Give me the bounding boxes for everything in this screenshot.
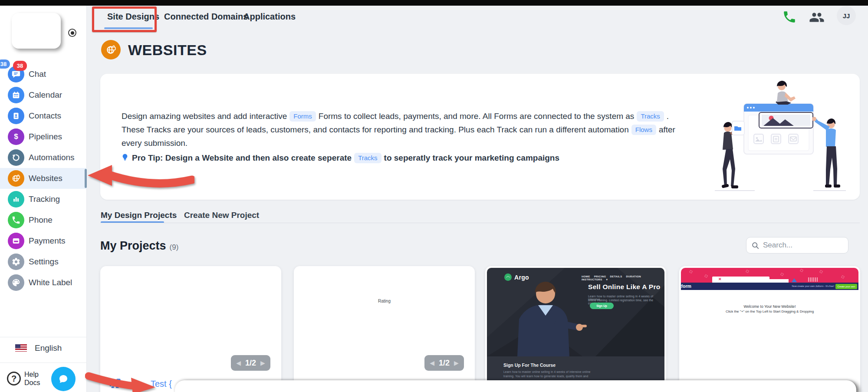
sidebar-divider	[0, 337, 87, 337]
jotform-logo: tform	[681, 283, 691, 289]
help-icon[interactable]: ?	[7, 372, 21, 385]
pager-prev-icon[interactable]: ◀	[236, 360, 241, 366]
argo-section-text: training. You will learn how to generate…	[503, 375, 588, 378]
thumbnail-text: Rating	[294, 299, 475, 303]
search-input[interactable]	[763, 241, 837, 250]
banner-text-segment: Design amazing websites and add interact…	[122, 112, 287, 121]
tab-connected-domains[interactable]: Connected Domains	[164, 12, 248, 22]
websites-page-icon	[101, 40, 121, 59]
tracks-pill[interactable]: Tracks	[637, 111, 664, 122]
sidebar: Chat 38 38 Calendar Contacts $ Pipelines	[0, 6, 87, 392]
tab-my-design-projects[interactable]: My Design Projects	[101, 211, 177, 220]
jotform-thumbnail: ✕ tform Now create your own Jotform - It…	[681, 268, 858, 392]
sidebar-item-label: Contacts	[29, 111, 61, 121]
banner-text-segment: Pro Tip: Design a Website and then also …	[132, 153, 352, 162]
argo-navbar: HOME PRICING DETAILS DURATION INSTRUCTOR…	[582, 275, 664, 281]
tab-create-new-project[interactable]: Create New Project	[184, 211, 259, 220]
avatar[interactable]: JJ	[837, 6, 856, 25]
project-title-row: Test {	[109, 377, 172, 391]
pager-next-icon[interactable]: ▶	[260, 360, 265, 366]
argo-person-image	[504, 277, 587, 356]
sidebar-item-calendar[interactable]: Calendar	[0, 85, 87, 105]
sidebar-item-label: Tracking	[29, 194, 60, 204]
project-card-rating[interactable]: Rating ◀ 1/2 ▶	[294, 266, 475, 392]
close-icon: ✕	[718, 277, 722, 281]
workspace-logo[interactable]	[12, 13, 61, 49]
sidebar-item-label: Phone	[29, 215, 53, 225]
sidebar-item-contacts[interactable]: Contacts	[0, 105, 87, 126]
subtabs-divider	[100, 223, 860, 223]
sidebar-item-white-label[interactable]: White Label	[0, 272, 87, 293]
sidebar-item-chat[interactable]: Chat 38 38	[0, 64, 87, 85]
sidebar-item-phone[interactable]: Phone	[0, 210, 87, 231]
search-box[interactable]	[746, 237, 848, 254]
sidebar-item-websites[interactable]: Websites	[0, 168, 87, 189]
sidebar-item-settings[interactable]: Settings	[0, 251, 87, 272]
pager-next-icon[interactable]: ▶	[454, 360, 459, 366]
sidebar-item-automations[interactable]: Automations	[0, 147, 87, 168]
help-line2: Docs	[24, 379, 40, 387]
jotform-welcome-line1: Welcome to Your New Website!	[681, 304, 858, 309]
jotform-promo-text: Now create your own Jotform - It's free!	[792, 285, 834, 287]
chat-badge-red: 38	[13, 61, 27, 71]
annotation-box-site-designs	[92, 7, 157, 32]
thumbnail-pager[interactable]: ◀ 1/2 ▶	[424, 355, 464, 371]
chat-badge-blue: 38	[0, 59, 10, 69]
calendar-icon	[8, 87, 24, 103]
info-banner: Design amazing websites and add interact…	[100, 74, 860, 200]
phone-icon	[8, 212, 24, 228]
jotform-cta-button: Create your own	[835, 284, 857, 289]
sidebar-item-pipelines[interactable]: $ Pipelines	[0, 126, 87, 147]
payments-icon	[8, 233, 24, 249]
project-card-jotform[interactable]: ✕ tform Now create your own Jotform - It…	[679, 266, 860, 392]
phone-call-icon	[782, 10, 797, 24]
project-title-link[interactable]: Test {	[151, 379, 172, 389]
pager-prev-icon[interactable]: ◀	[430, 360, 434, 366]
avatar-initials: JJ	[843, 12, 850, 20]
argo-headline: Sell Online Like A Pro	[588, 283, 661, 291]
rename-project-icon[interactable]	[109, 377, 122, 391]
dialer-button[interactable]	[782, 10, 797, 26]
tooltip-overlay	[175, 380, 856, 392]
sidebar-item-label: Websites	[29, 174, 62, 183]
jotform-hero-grid	[808, 277, 818, 282]
argo-section-title: Sign Up For The Course	[503, 362, 556, 368]
pager-count: 1/2	[439, 359, 450, 368]
sidebar-item-label: Calendar	[29, 90, 62, 100]
help-docs-link[interactable]: Help Docs	[24, 370, 40, 387]
app-window: Chat 38 38 Calendar Contacts $ Pipelines	[0, 0, 868, 392]
projects-count: (9)	[170, 243, 179, 252]
help-glyph: ?	[11, 374, 16, 384]
gear-icon	[8, 254, 24, 270]
radio-button-icon[interactable]	[68, 29, 76, 37]
jotform-hero-triangle	[792, 278, 797, 282]
tracks-pill-2[interactable]: Tracks	[354, 153, 381, 163]
live-chat-widget[interactable]	[51, 367, 76, 391]
project-card-test[interactable]: ◀ 1/2 ▶ Test {	[100, 266, 281, 392]
search-icon	[752, 242, 759, 249]
tab-applications[interactable]: Applications	[243, 12, 296, 22]
flows-pill[interactable]: Flows	[631, 125, 656, 135]
active-item-indicator	[85, 169, 87, 188]
sidebar-item-label: Payments	[29, 236, 65, 246]
sidebar-item-tracking[interactable]: Tracking	[0, 189, 87, 210]
automations-icon	[8, 149, 24, 166]
lightbulb-icon	[122, 152, 128, 161]
sidebar-item-label: Pipelines	[29, 132, 62, 142]
sidebar-item-label: Chat	[29, 69, 46, 79]
banner-text-segment: to seperatly track your marketing campai…	[384, 153, 559, 162]
banner-text-segment: Forms to collect leads, payments, and mo…	[319, 112, 635, 121]
sidebar-divider	[0, 362, 87, 363]
thumbnail-pager[interactable]: ◀ 1/2 ▶	[231, 355, 270, 371]
forms-pill[interactable]: Forms	[289, 111, 316, 122]
project-card-argo[interactable]: ◠ Argo HOME PRICING DETAILS DURATION INS…	[485, 266, 666, 392]
websites-illustration	[707, 75, 850, 198]
contacts-quick-button[interactable]	[809, 10, 825, 27]
page-title: WEBSITES	[128, 42, 207, 59]
tracking-icon	[8, 191, 24, 208]
sidebar-item-payments[interactable]: Payments	[0, 231, 87, 251]
pipelines-icon: $	[8, 128, 24, 145]
jotform-navbar: tform Now create your own Jotform - It's…	[681, 283, 858, 290]
language-selector[interactable]: English	[35, 343, 62, 353]
argo-thumbnail: ◠ Argo HOME PRICING DETAILS DURATION INS…	[487, 268, 664, 392]
